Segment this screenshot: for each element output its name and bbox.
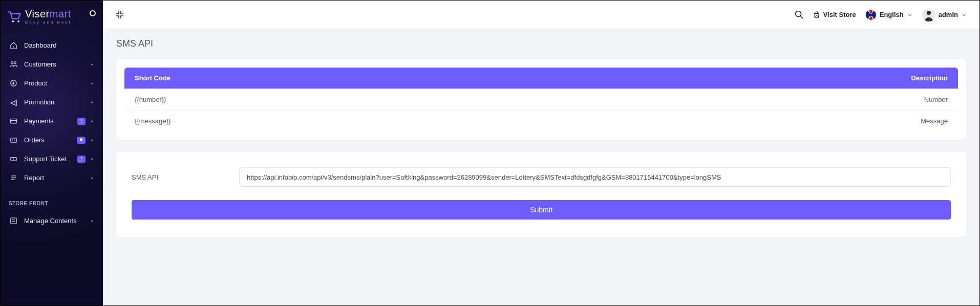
language-selector[interactable]: English bbox=[865, 9, 913, 20]
content: SMS API Short Code Description {{number}… bbox=[103, 29, 979, 265]
svg-rect-7 bbox=[10, 138, 16, 142]
sidebar-nav-front: Manage Contents bbox=[1, 209, 103, 235]
sidebar-item-label: Report bbox=[24, 174, 44, 182]
chevron-down-icon bbox=[90, 218, 95, 224]
svg-point-1 bbox=[17, 20, 19, 23]
avatar bbox=[922, 8, 935, 21]
ticket-icon bbox=[9, 155, 18, 163]
shortcode-cell: {{number}} bbox=[124, 89, 539, 111]
svg-point-3 bbox=[14, 62, 16, 64]
brand-name: Visermart bbox=[25, 9, 72, 19]
search-icon[interactable] bbox=[795, 10, 804, 19]
sidebar-item-label: Support Ticket bbox=[24, 155, 67, 163]
page-title: SMS API bbox=[116, 38, 966, 49]
description-cell: Message bbox=[539, 111, 958, 132]
shortcode-card: Short Code Description {{number}}Number{… bbox=[116, 59, 966, 140]
home-icon bbox=[9, 41, 18, 49]
topbar: Visit Store English admin bbox=[103, 1, 979, 29]
chevron-down-icon bbox=[90, 100, 95, 105]
sidebar-item-label: Promotion bbox=[24, 98, 54, 106]
sidebar-item-support-ticket[interactable]: Support Ticket! bbox=[1, 149, 103, 168]
svg-point-18 bbox=[795, 11, 801, 16]
sidebar-item-label: Orders bbox=[24, 136, 45, 144]
sidebar-item-promotion[interactable]: Promotion bbox=[1, 93, 103, 112]
submit-button[interactable]: Submit bbox=[132, 200, 951, 220]
sms-api-input[interactable] bbox=[239, 167, 951, 187]
chevron-down-icon bbox=[90, 81, 95, 86]
description-cell: Number bbox=[539, 89, 958, 111]
chevron-down-icon bbox=[90, 119, 95, 124]
user-label: admin bbox=[939, 11, 958, 18]
chevron-down-icon bbox=[961, 12, 967, 18]
sidebar-badge: ! bbox=[77, 118, 86, 125]
user-menu[interactable]: admin bbox=[922, 8, 967, 21]
sms-api-label: SMS API bbox=[132, 173, 224, 181]
sidebar-section-label: STORE FRONT bbox=[1, 192, 103, 209]
brand-logo[interactable]: Visermart Easy and Best bbox=[1, 1, 103, 34]
uk-flag-icon bbox=[865, 9, 877, 20]
svg-point-20 bbox=[927, 11, 931, 15]
sidebar-item-label: Payments bbox=[24, 117, 54, 125]
col-description: Description bbox=[539, 68, 958, 89]
svg-point-9 bbox=[14, 140, 15, 141]
sidebar-item-report[interactable]: Report bbox=[1, 168, 103, 187]
sidebar: Visermart Easy and Best DashboardCustome… bbox=[1, 1, 103, 305]
sidebar-item-customers[interactable]: Customers bbox=[1, 55, 103, 74]
chevron-down-icon bbox=[90, 62, 95, 67]
cart-icon bbox=[8, 10, 22, 24]
report-icon bbox=[9, 174, 18, 182]
main-area: Visit Store English admin bbox=[103, 1, 979, 305]
promo-icon bbox=[9, 98, 18, 106]
product-icon bbox=[9, 79, 18, 87]
col-shortcode: Short Code bbox=[124, 68, 539, 89]
chevron-down-icon bbox=[90, 138, 95, 143]
svg-rect-15 bbox=[10, 218, 16, 224]
logo-dot-icon bbox=[90, 10, 96, 16]
sidebar-item-label: Customers bbox=[24, 60, 56, 68]
language-label: English bbox=[880, 11, 904, 18]
store-icon bbox=[813, 11, 820, 18]
svg-rect-5 bbox=[10, 119, 16, 123]
shortcode-table: Short Code Description {{number}}Number{… bbox=[124, 68, 958, 132]
chevron-down-icon bbox=[907, 12, 913, 18]
sidebar-item-payments[interactable]: Payments! bbox=[1, 112, 103, 130]
sidebar-badge bbox=[77, 137, 86, 144]
visit-store-link[interactable]: Visit Store bbox=[813, 11, 856, 18]
card-icon bbox=[9, 117, 18, 125]
brand-tagline: Easy and Best bbox=[25, 20, 72, 25]
sidebar-item-dashboard[interactable]: Dashboard bbox=[1, 36, 103, 55]
users-icon bbox=[9, 60, 18, 68]
chevron-down-icon bbox=[90, 176, 95, 181]
svg-point-8 bbox=[12, 140, 13, 141]
svg-line-19 bbox=[800, 16, 803, 18]
svg-point-2 bbox=[11, 62, 13, 64]
sidebar-item-product[interactable]: Product bbox=[1, 74, 103, 93]
visit-store-label: Visit Store bbox=[823, 11, 856, 18]
sidebar-badge: ! bbox=[77, 156, 86, 163]
sidebar-item-label: Manage Contents bbox=[24, 217, 77, 225]
sidebar-item-orders[interactable]: Orders bbox=[1, 130, 103, 149]
table-row: {{number}}Number bbox=[124, 89, 958, 111]
svg-point-0 bbox=[12, 20, 14, 23]
sidebar-item-label: Dashboard bbox=[24, 41, 57, 49]
orders-icon bbox=[9, 136, 18, 144]
sidebar-item-label: Product bbox=[24, 79, 47, 87]
sidebar-item-manage-contents[interactable]: Manage Contents bbox=[1, 211, 103, 230]
sidebar-toggle-icon[interactable] bbox=[115, 10, 124, 19]
chevron-down-icon bbox=[90, 157, 95, 162]
sidebar-nav: DashboardCustomersProductPromotionPaymen… bbox=[1, 34, 103, 192]
contents-icon bbox=[9, 217, 18, 225]
sms-api-card: SMS API Submit bbox=[116, 152, 966, 237]
table-row: {{message}}Message bbox=[124, 111, 958, 132]
shortcode-cell: {{message}} bbox=[124, 111, 539, 132]
